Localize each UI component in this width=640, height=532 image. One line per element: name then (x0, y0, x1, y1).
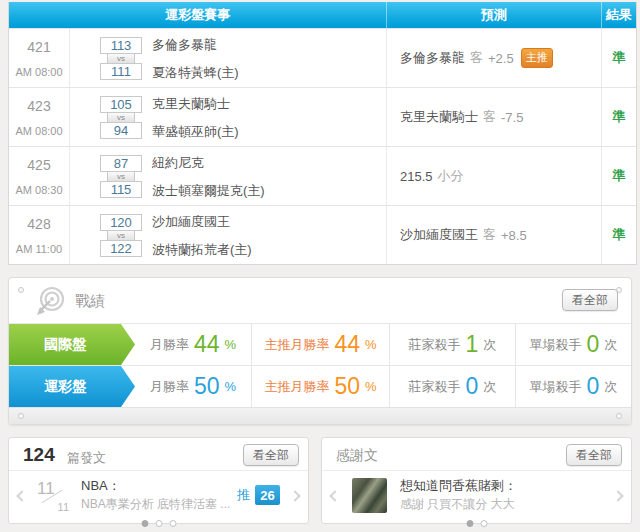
push-count-badge[interactable]: 26 (255, 485, 280, 505)
carousel-dot[interactable] (169, 520, 176, 527)
home-score: 94 (100, 122, 142, 139)
posts-view-all-button[interactable]: 看全部 (243, 444, 299, 466)
score-stack: 87 vs 115 (100, 155, 142, 198)
home-team: 夏洛特黃蜂(主) (152, 64, 239, 81)
prediction-cell: 215.5 小分 (386, 147, 601, 205)
carousel-dot[interactable] (466, 520, 473, 527)
result-badge: 準 (601, 206, 636, 264)
single-killer-cell: 單場殺手 0 次 (515, 324, 631, 365)
result-badge: 準 (601, 147, 636, 205)
thanks-item[interactable]: 想知道問香蕉賭剩： 感謝 只買不讓分 大大 (322, 471, 631, 523)
game-id: 421 (27, 39, 50, 55)
post-title[interactable]: NBA： (81, 477, 230, 495)
pick-line: +8.5 (501, 228, 527, 243)
vs-label: vs (107, 230, 135, 241)
thanks-view-all-button[interactable]: 看全部 (566, 444, 622, 466)
main-push-winrate-value: 44 (334, 331, 360, 358)
main-push-winrate-cell: 主推月勝率 50 % (251, 366, 389, 407)
away-team: 克里夫蘭騎士 (152, 95, 239, 112)
record-panel: 戰績 看全部 國際盤 月勝率 44 % 主推月勝率 44 % 莊家殺手 1 次 … (8, 277, 632, 425)
home-team: 華盛頓巫師(主) (152, 123, 239, 140)
carousel-dot[interactable] (155, 520, 162, 527)
carousel-next-icon[interactable] (289, 490, 300, 501)
prediction-cell: 沙加緬度國王 客 +8.5 (386, 206, 601, 264)
target-icon (35, 285, 67, 317)
result-badge: 準 (601, 88, 636, 146)
post-item[interactable]: 11 11 NBA： NBA專業分析 底特律活塞 ... 推 26 (9, 471, 308, 523)
carousel-dot[interactable] (141, 520, 148, 527)
stat-row-lottery: 運彩盤 月勝率 50 % 主推月勝率 50 % 莊家殺手 0 次 單場殺手 0 … (9, 365, 631, 407)
screw-decoration (616, 413, 622, 419)
home-score: 122 (100, 240, 142, 257)
result-badge: 準 (601, 29, 636, 87)
pick-team: 沙加緬度國王 (400, 226, 478, 244)
game-time: AM 11:00 (16, 243, 62, 255)
monthly-winrate-value: 44 (194, 331, 220, 358)
away-team: 多倫多暴龍 (152, 36, 239, 53)
thanks-carousel-dots (466, 520, 487, 527)
score-stack: 120 vs 122 (100, 214, 142, 257)
carousel-prev-icon[interactable] (329, 490, 340, 501)
pick-line: -7.5 (501, 110, 523, 125)
header-prediction: 預測 (386, 2, 601, 28)
main-push-winrate-value: 50 (334, 373, 360, 400)
home-score: 115 (100, 181, 142, 198)
away-team: 紐約尼克 (152, 154, 265, 171)
game-id: 425 (27, 157, 50, 173)
pick-side: 客 (483, 108, 496, 126)
game-id: 423 (27, 98, 50, 114)
vs-label: vs (107, 171, 135, 182)
record-title: 戰績 (75, 292, 105, 311)
carousel-dot[interactable] (480, 520, 487, 527)
away-score: 113 (100, 37, 142, 54)
posts-count-label: 篇發文 (67, 449, 106, 467)
carousel-next-icon[interactable] (612, 490, 623, 501)
pick-side: 客 (483, 226, 496, 244)
header-games: 運彩盤賽事 (9, 2, 386, 28)
vs-label: vs (107, 112, 135, 123)
table-row[interactable]: 428 AM 11:00 120 vs 122 沙加緬度國王 波特蘭拓荒者(主)… (9, 205, 636, 264)
home-score: 111 (100, 63, 142, 80)
table-row[interactable]: 425 AM 08:30 87 vs 115 紐約尼克 波士頓塞爾提克(主) 2… (9, 146, 636, 205)
home-team: 波士頓塞爾提克(主) (152, 182, 265, 199)
carousel-prev-icon[interactable] (16, 490, 27, 501)
game-time: AM 08:00 (15, 125, 62, 137)
home-team: 波特蘭拓荒者(主) (152, 241, 252, 258)
single-killer-cell: 單場殺手 0 次 (515, 366, 631, 407)
pick-team: 克里夫蘭騎士 (400, 108, 478, 126)
banker-killer-cell: 莊家殺手 0 次 (389, 366, 515, 407)
posts-panel: 124 篇發文 看全部 11 11 NBA： NBA專業分析 底特律活塞 ...… (8, 437, 309, 524)
game-id: 428 (27, 216, 50, 232)
away-score: 87 (100, 155, 142, 172)
thanks-item-excerpt: 感謝 只買不讓分 大大 (400, 495, 517, 513)
avatar (352, 478, 387, 513)
single-killer-value: 0 (587, 331, 600, 358)
game-time: AM 08:00 (15, 66, 62, 78)
screw-decoration (18, 413, 24, 419)
main-push-winrate-cell: 主推月勝率 44 % (251, 324, 389, 365)
table-row[interactable]: 423 AM 08:00 105 vs 94 克里夫蘭騎士 華盛頓巫師(主) 克… (9, 87, 636, 146)
post-date: 11 11 (37, 481, 69, 511)
thanks-item-title[interactable]: 想知道問香蕉賭剩： (400, 477, 517, 495)
pick-side: 客 (470, 49, 483, 67)
pick-side: 小分 (438, 167, 464, 185)
main-push-badge: 主推 (521, 48, 553, 68)
pick-total: 215.5 (400, 169, 433, 184)
header-result: 結果 (601, 2, 636, 28)
posts-carousel-dots (141, 520, 176, 527)
thanks-title: 感謝文 (336, 447, 378, 465)
pick-team: 多倫多暴龍 (400, 49, 465, 67)
table-row[interactable]: 421 AM 08:00 113 vs 111 多倫多暴龍 夏洛特黃蜂(主) 多… (9, 28, 636, 87)
record-view-all-button[interactable]: 看全部 (562, 289, 618, 311)
push-label: 推 (237, 486, 250, 504)
monthly-winrate-value: 50 (194, 373, 220, 400)
monthly-winrate-cell: 月勝率 44 % (135, 324, 251, 365)
banker-killer-value: 1 (466, 331, 479, 358)
record-panel-footer (9, 407, 631, 424)
thanks-panel: 感謝文 看全部 想知道問香蕉賭剩： 感謝 只買不讓分 大大 (321, 437, 632, 524)
banker-killer-value: 0 (466, 373, 479, 400)
vs-label: vs (107, 53, 135, 64)
banker-killer-cell: 莊家殺手 1 次 (389, 324, 515, 365)
stat-row-international: 國際盤 月勝率 44 % 主推月勝率 44 % 莊家殺手 1 次 單場殺手 0 … (9, 323, 631, 365)
score-stack: 113 vs 111 (100, 37, 142, 80)
